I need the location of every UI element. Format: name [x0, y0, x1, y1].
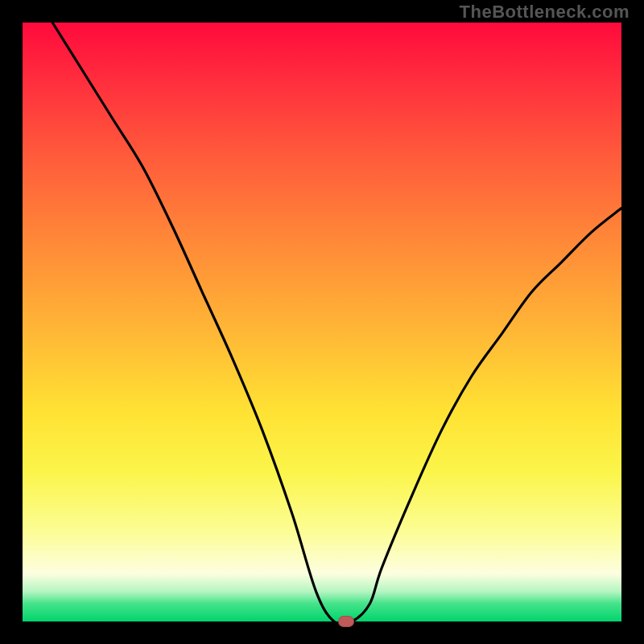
optimal-point-marker	[338, 616, 354, 627]
plot-area	[23, 23, 621, 621]
watermark-text: TheBottleneck.com	[460, 2, 630, 23]
bottleneck-curve	[23, 23, 621, 621]
chart-frame: TheBottleneck.com	[0, 0, 644, 644]
